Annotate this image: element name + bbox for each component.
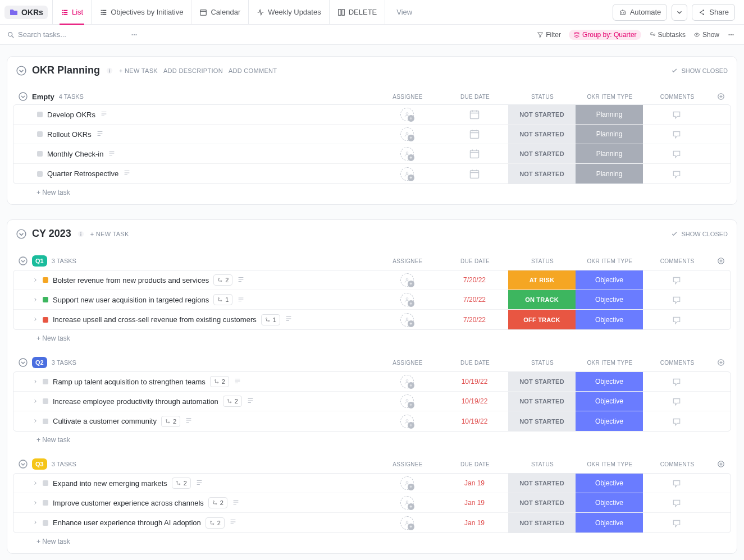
add-view-button[interactable]: View [385,0,420,25]
collapse-icon[interactable] [19,460,28,469]
type-cell[interactable]: Objective [576,411,643,431]
due-date-placeholder[interactable] [469,109,480,120]
automate-caret[interactable] [672,4,687,21]
more-icon[interactable] [727,31,735,39]
comments-cell[interactable] [643,105,710,124]
duedate-cell[interactable]: 7/20/22 [441,270,508,290]
type-cell[interactable]: Objective [576,513,643,533]
comments-cell[interactable] [643,290,710,309]
subtask-count[interactable]: 1 [213,294,232,305]
collapse-icon[interactable] [19,92,28,101]
col-duedate[interactable]: DUE DATE [441,360,509,366]
tab-weekly-updates[interactable]: Weekly Updates [249,0,329,25]
filter-button[interactable]: Filter [537,31,561,39]
new-task-button[interactable]: + NEW TASK [119,67,158,74]
task-row[interactable]: Increase upsell and cross-sell revenue f… [13,310,731,329]
comments-cell[interactable] [643,392,710,411]
subtask-count[interactable]: 2 [161,416,180,427]
due-date[interactable]: 10/19/22 [462,417,488,425]
status-cell[interactable]: NOT STARTED [508,513,576,533]
due-date[interactable]: 7/20/22 [463,276,486,284]
duedate-cell[interactable]: 10/19/22 [441,392,508,411]
assignee-cell[interactable] [373,290,441,309]
duedate-cell[interactable] [441,105,508,124]
expand-caret[interactable] [33,518,38,527]
duedate-cell[interactable]: Jan 19 [441,493,508,512]
col-duedate[interactable]: DUE DATE [441,94,509,100]
duedate-cell[interactable]: 10/19/22 [441,411,508,431]
duedate-cell[interactable] [441,164,508,183]
assignee-placeholder[interactable] [400,127,414,141]
comments-cell[interactable] [643,372,710,391]
expand-caret[interactable] [33,315,38,324]
assignee-cell[interactable] [373,105,441,124]
due-date-placeholder[interactable] [469,128,480,140]
assignee-placeholder[interactable] [400,167,414,181]
status-cell[interactable]: NOT STARTED [508,372,576,391]
assignee-placeholder[interactable] [400,415,414,428]
subtask-count[interactable]: 2 [223,396,242,407]
col-assignee[interactable]: ASSIGNEE [374,258,441,264]
comments-cell[interactable] [643,310,710,329]
col-status[interactable]: STATUS [509,94,576,100]
comments-cell[interactable] [643,164,710,183]
col-assignee[interactable]: ASSIGNEE [374,94,441,100]
tab-delete[interactable]: DELETE [330,0,386,25]
comments-cell[interactable] [643,125,710,144]
assignee-placeholder[interactable] [400,375,414,388]
show-button[interactable]: Show [693,31,719,39]
assignee-placeholder[interactable] [400,516,414,530]
expand-caret[interactable] [33,276,38,284]
task-row[interactable]: Quarter Retrospective NOT STARTED Planni… [13,164,731,183]
tab-objectives[interactable]: Objectives by Initiative [92,0,191,25]
assignee-placeholder[interactable] [400,496,414,509]
due-date[interactable]: 7/20/22 [463,296,486,304]
assignee-cell[interactable] [373,372,441,391]
section-title[interactable]: OKR Planning [32,65,100,76]
col-duedate[interactable]: DUE DATE [441,258,509,264]
col-type[interactable]: OKR ITEM TYPE [576,461,643,467]
assignee-placeholder[interactable] [400,273,414,287]
search-input[interactable] [18,30,97,39]
subtasks-button[interactable]: Subtasks [649,31,686,39]
type-cell[interactable]: Objective [576,290,643,309]
expand-caret[interactable] [33,479,38,488]
subtask-count[interactable]: 1 [261,314,280,325]
status-cell[interactable]: NOT STARTED [508,493,576,512]
expand-caret[interactable] [33,378,38,386]
info-icon[interactable] [106,67,113,75]
new-task-button[interactable]: + NEW TASK [90,231,129,237]
task-row[interactable]: Expand into new emerging markets 2 Jan 1… [13,474,731,493]
task-row[interactable]: Cultivate a customer community 2 10/19/2… [13,411,731,431]
task-row[interactable]: Increase employee productivity through a… [13,392,731,411]
new-task-row[interactable]: + New task [13,330,731,347]
new-task-row[interactable]: + New task [13,432,731,448]
duedate-cell[interactable]: Jan 19 [441,474,508,493]
col-comments[interactable]: COMMENTS [643,360,711,366]
type-cell[interactable]: Planning [576,164,643,183]
show-closed-button[interactable]: SHOW CLOSED [671,231,728,237]
task-row[interactable]: Rollout OKRs NOT STARTED Planning [13,125,731,144]
col-comments[interactable]: COMMENTS [643,461,711,467]
expand-caret[interactable] [33,397,38,406]
info-icon[interactable] [77,230,85,238]
assignee-placeholder[interactable] [400,394,414,408]
assignee-cell[interactable] [373,164,441,183]
assignee-cell[interactable] [373,270,441,290]
comments-cell[interactable] [643,474,710,493]
status-cell[interactable]: NOT STARTED [508,164,576,183]
status-cell[interactable]: NOT STARTED [508,411,576,431]
automate-button[interactable]: Automate [613,4,668,21]
share-button[interactable]: Share [692,4,735,21]
assignee-cell[interactable] [373,392,441,411]
col-type[interactable]: OKR ITEM TYPE [576,360,643,366]
collapse-icon[interactable] [16,66,26,76]
status-cell[interactable]: NOT STARTED [508,144,576,163]
task-row[interactable]: Ramp up talent acquisition to strengthen… [13,372,731,392]
comments-cell[interactable] [643,144,710,163]
collapse-icon[interactable] [16,229,26,239]
subtask-count[interactable]: 2 [172,478,191,489]
subtask-count[interactable]: 2 [213,274,232,286]
due-date[interactable]: 10/19/22 [462,397,488,405]
section-title[interactable]: CY 2023 [32,228,71,240]
